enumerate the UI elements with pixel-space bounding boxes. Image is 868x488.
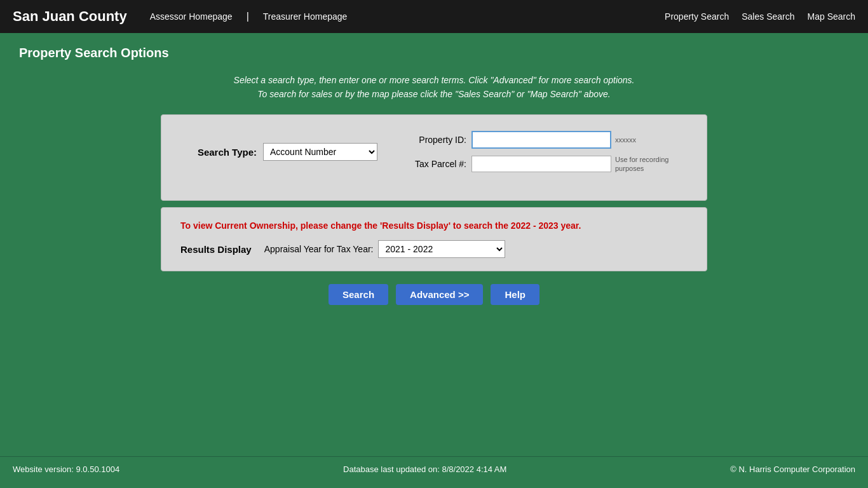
tax-parcel-hint-line2: purposes bbox=[615, 164, 668, 173]
property-id-input[interactable] bbox=[471, 131, 611, 149]
site-logo: San Juan County bbox=[13, 8, 127, 25]
property-id-row: Property ID: xxxxxx bbox=[403, 131, 668, 149]
action-buttons: Search Advanced >> Help bbox=[19, 284, 849, 305]
help-button[interactable]: Help bbox=[491, 284, 539, 305]
copyright-text: © N. Harris Computer Corporation bbox=[730, 464, 855, 474]
advanced-button[interactable]: Advanced >> bbox=[396, 284, 483, 305]
property-id-label: Property ID: bbox=[403, 135, 466, 145]
tax-parcel-row: Tax Parcel #: Use for recording purposes bbox=[403, 155, 668, 173]
property-id-hint: xxxxxx bbox=[615, 136, 636, 144]
tax-parcel-hint: Use for recording purposes bbox=[615, 155, 668, 173]
db-updated-text: Database last updated on: 8/8/2022 4:14 … bbox=[343, 464, 506, 474]
search-type-row: Search Type: Account Number Owner Name A… bbox=[180, 131, 688, 173]
tax-parcel-hint-line1: Use for recording bbox=[615, 155, 668, 164]
nav-separator: | bbox=[247, 11, 249, 22]
search-type-select[interactable]: Account Number Owner Name Address Legal … bbox=[263, 143, 377, 161]
appraisal-year-select[interactable]: 2021 - 2022 2022 - 2023 2020 - 2021 2019… bbox=[378, 240, 505, 258]
assessor-homepage-link[interactable]: Assessor Homepage bbox=[146, 9, 236, 24]
property-search-link[interactable]: Property Search bbox=[665, 11, 729, 22]
search-type-label: Search Type: bbox=[180, 147, 257, 158]
results-display-panel: To view Current Ownership, please change… bbox=[161, 207, 707, 271]
id-fields-group: Property ID: xxxxxx Tax Parcel #: Use fo… bbox=[403, 131, 668, 173]
treasurer-homepage-link[interactable]: Treasurer Homepage bbox=[259, 9, 351, 24]
page-title: Property Search Options bbox=[19, 46, 849, 60]
appraisal-year-label: Appraisal Year for Tax Year: bbox=[264, 244, 374, 254]
search-type-panel: Search Type: Account Number Owner Name A… bbox=[161, 114, 707, 201]
results-display-row: Results Display Appraisal Year for Tax Y… bbox=[180, 240, 688, 258]
map-search-link[interactable]: Map Search bbox=[808, 11, 855, 22]
instruction-line1: Select a search type, then enter one or … bbox=[19, 73, 849, 87]
sales-search-link[interactable]: Sales Search bbox=[742, 11, 794, 22]
ownership-warning: To view Current Ownership, please change… bbox=[180, 220, 688, 231]
main-nav: Assessor Homepage | Treasurer Homepage bbox=[146, 9, 665, 24]
footer: Website version: 9.0.50.1004 Database la… bbox=[0, 456, 868, 482]
tax-parcel-input[interactable] bbox=[471, 156, 611, 172]
version-text: Website version: 9.0.50.1004 bbox=[13, 464, 119, 474]
results-display-label: Results Display bbox=[180, 244, 252, 255]
search-button[interactable]: Search bbox=[329, 284, 388, 305]
instructions: Select a search type, then enter one or … bbox=[19, 73, 849, 102]
tax-parcel-label: Tax Parcel #: bbox=[403, 159, 466, 169]
header: San Juan County Assessor Homepage | Trea… bbox=[0, 0, 868, 33]
main-content: Property Search Options Select a search … bbox=[0, 33, 868, 456]
right-nav: Property Search Sales Search Map Search bbox=[665, 11, 855, 22]
instruction-line2: To search for sales or by the map please… bbox=[19, 87, 849, 101]
